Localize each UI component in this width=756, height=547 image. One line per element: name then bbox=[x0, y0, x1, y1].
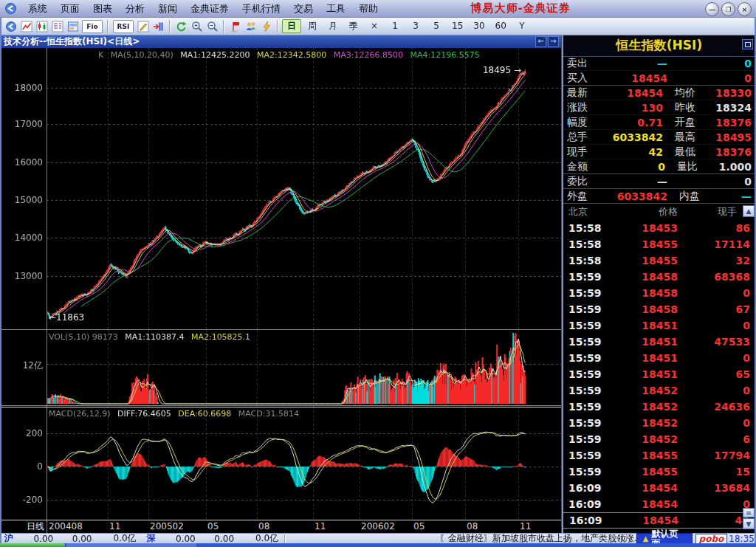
tick-cell: 32 bbox=[678, 255, 756, 266]
menu-item-4[interactable]: 新闻 bbox=[151, 2, 184, 16]
refresh-icon[interactable] bbox=[173, 19, 189, 34]
scroll-up-button[interactable]: ▲ bbox=[743, 205, 755, 217]
tick-cell: 47533 bbox=[678, 336, 756, 348]
tick-row-1[interactable]: 15:581845517114 bbox=[563, 236, 756, 252]
indicator-macd-value: MACD:31.5814 bbox=[238, 409, 299, 419]
fio-button[interactable]: Fio bbox=[82, 20, 103, 33]
menu-item-7[interactable]: 交易 bbox=[287, 2, 320, 16]
pobo-logo: pobo bbox=[695, 534, 728, 544]
menu-item-8[interactable]: 工具 bbox=[320, 2, 352, 16]
tick-row-14[interactable]: 15:591845517794 bbox=[563, 447, 756, 464]
quote-field: 18376 bbox=[715, 117, 752, 128]
menu-item-2[interactable]: 图表 bbox=[86, 2, 119, 16]
tick-cell: 0 bbox=[678, 320, 756, 331]
quote-field: 金额 bbox=[567, 160, 602, 173]
time-tick-label: 11 bbox=[315, 520, 326, 533]
period-button-0[interactable]: 日 bbox=[282, 19, 301, 33]
period-button-9[interactable]: 30 bbox=[469, 19, 489, 33]
menu-item-0[interactable]: 系统 bbox=[21, 2, 54, 16]
restore-button[interactable]: ❐ bbox=[721, 2, 735, 16]
tick-row-5[interactable]: 15:591845867 bbox=[563, 301, 756, 317]
taskbar[interactable] bbox=[0, 543, 756, 547]
indicator-macd-params: MACD(26,12,9) bbox=[49, 409, 111, 419]
quote-field: 买入 bbox=[567, 72, 602, 85]
tick-cell: 18458 bbox=[620, 287, 678, 299]
back-icon[interactable] bbox=[3, 19, 18, 34]
tick-row-6[interactable]: 15:59184510 bbox=[563, 317, 756, 334]
zoom-in-icon[interactable] bbox=[189, 19, 205, 34]
tick-row-2[interactable]: 15:581845532 bbox=[563, 252, 756, 269]
quote-field: 0 bbox=[667, 58, 752, 69]
kline-icon[interactable] bbox=[34, 19, 49, 34]
taskbar-segment bbox=[66, 543, 196, 547]
close-button[interactable]: × bbox=[738, 2, 752, 16]
menu-item-5[interactable]: 金典证券 bbox=[184, 2, 236, 16]
tick-row-7[interactable]: 15:591845147533 bbox=[563, 334, 756, 350]
scroll-down-button[interactable]: ▼ bbox=[743, 518, 755, 529]
tick-row-15[interactable]: 15:591845515 bbox=[563, 464, 756, 480]
tick-row-13[interactable]: 15:59184526 bbox=[563, 431, 756, 447]
period-button-5[interactable]: 1 bbox=[385, 19, 405, 33]
chart-title-bar: 技术分析--恒生指数(HSI)<日线> ← → bbox=[0, 35, 563, 48]
quote-title: 恒生指数(HSI) bbox=[563, 35, 756, 57]
goto-icon[interactable] bbox=[151, 19, 166, 34]
tick-row-0[interactable]: 15:581845386 bbox=[563, 220, 756, 236]
macd-chart-canvas[interactable] bbox=[0, 406, 563, 520]
menu-item-6[interactable]: 手机行情 bbox=[236, 2, 287, 16]
panel-maximize-icon[interactable] bbox=[742, 39, 753, 49]
tick-row-16[interactable]: 16:091845413684 bbox=[563, 480, 756, 496]
pointer-flag-icon[interactable] bbox=[227, 19, 243, 34]
period-button-7[interactable]: 5 bbox=[427, 19, 446, 33]
zoom-out-icon[interactable] bbox=[205, 19, 220, 34]
draw-icon[interactable] bbox=[135, 19, 151, 34]
quote-field: 量比 bbox=[677, 160, 719, 173]
quote-field: 18495 bbox=[715, 131, 752, 143]
kline-chart-canvas[interactable] bbox=[0, 48, 563, 330]
quote-field: 0 bbox=[667, 72, 752, 84]
volume-axis-label: 12亿 bbox=[0, 359, 43, 372]
period-button-6[interactable]: 3 bbox=[406, 19, 425, 33]
window-border-left bbox=[0, 18, 1, 543]
menu-item-3[interactable]: 分析 bbox=[119, 2, 151, 16]
rsi-button[interactable]: RSI bbox=[113, 20, 134, 33]
chart-nav-buttons: ← → bbox=[535, 36, 559, 47]
prev-chart-button[interactable]: ← bbox=[535, 36, 546, 47]
period-button-10[interactable]: 60 bbox=[491, 19, 511, 33]
tick-row-10[interactable]: 15:59184520 bbox=[563, 382, 756, 399]
tick-row-17[interactable]: 16:09184540 bbox=[563, 496, 756, 512]
quote-field: 18454 bbox=[601, 87, 663, 99]
tick-row-4[interactable]: 15:59184580 bbox=[563, 285, 756, 301]
trend-line-icon[interactable] bbox=[18, 19, 34, 34]
quote-board-icon[interactable] bbox=[49, 19, 65, 34]
scroll-thumb[interactable]: ≡ bbox=[743, 508, 755, 517]
period-button-4[interactable]: × bbox=[365, 19, 384, 33]
lightning-icon[interactable] bbox=[258, 19, 274, 34]
tick-row-8[interactable]: 15:59184510 bbox=[563, 350, 756, 366]
page-layout-icon[interactable] bbox=[65, 19, 80, 34]
tick-row-9[interactable]: 15:591845165 bbox=[563, 366, 756, 382]
start-button[interactable] bbox=[0, 543, 65, 547]
menu-item-9[interactable]: 帮助 bbox=[352, 2, 385, 16]
period-button-2[interactable]: 月 bbox=[323, 19, 343, 33]
tick-row-3[interactable]: 15:591845868368 bbox=[563, 269, 756, 285]
default-page-button[interactable]: ▲ 默认页面 bbox=[636, 533, 693, 544]
minimize-button[interactable]: — bbox=[705, 2, 719, 16]
users-icon[interactable] bbox=[243, 19, 258, 34]
price-tick-label: 14000 bbox=[0, 233, 43, 243]
macd-tick-label: -200 bbox=[0, 495, 43, 505]
tick-row-11[interactable]: 15:591845224636 bbox=[563, 399, 756, 415]
period-button-3[interactable]: 季 bbox=[344, 19, 363, 33]
tick-cell: 18451 bbox=[620, 368, 678, 380]
tick-cell: 18458 bbox=[620, 303, 678, 315]
toolbar-separator bbox=[277, 20, 278, 33]
menu-item-1[interactable]: 页面 bbox=[54, 2, 86, 16]
quote-row-4: 幅度0.71开盘18376 bbox=[563, 115, 756, 130]
panel-divider[interactable] bbox=[561, 35, 563, 533]
period-button-11[interactable]: Y bbox=[512, 19, 532, 33]
period-button-1[interactable]: 周 bbox=[303, 19, 322, 33]
period-button-8[interactable]: 15 bbox=[447, 19, 467, 33]
indicator-macd-diff: DIFF:76.4605 bbox=[117, 409, 171, 419]
tick-row-18[interactable]: 16:091845442 bbox=[563, 512, 756, 529]
next-chart-button[interactable]: → bbox=[548, 36, 559, 47]
tick-row-12[interactable]: 15:59184520 bbox=[563, 415, 756, 431]
